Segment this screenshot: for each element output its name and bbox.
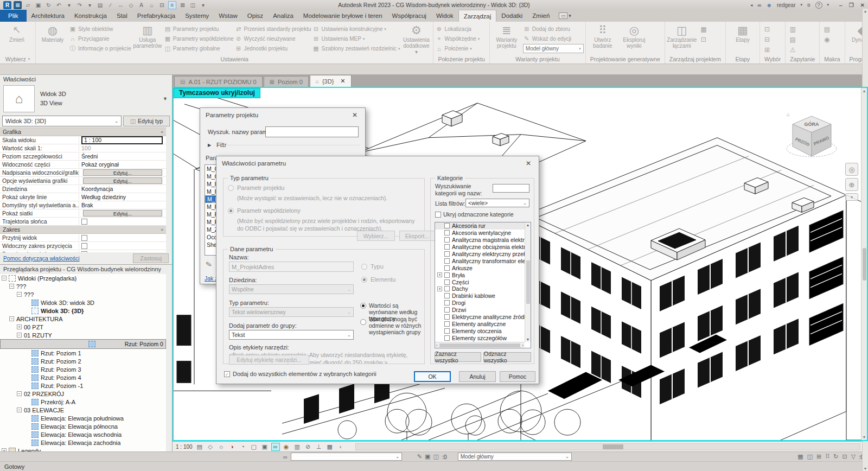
category-checkbox[interactable] <box>444 279 450 285</box>
structural-settings-button[interactable]: ⊟Ustawienia konstrukcyjne▾ <box>312 24 400 34</box>
category-item-analityczna-magistrala-elektryc[interactable]: Analityczna magistrala elektryc... <box>435 237 531 244</box>
dialog-close-icon[interactable]: ✕ <box>524 160 533 167</box>
ribbon-panel-label[interactable]: Etapy <box>726 54 760 63</box>
project-parameters-button[interactable]: ▤Parametry projektu <box>164 24 234 34</box>
ribbon-display-toggle[interactable]: ▭ ▾ <box>554 10 576 22</box>
category-checkbox[interactable] <box>444 314 450 320</box>
links-status-icon[interactable]: ◫ <box>807 453 813 460</box>
active-design-option-select[interactable]: Model główny⌄ <box>458 453 572 461</box>
category-checkbox[interactable] <box>444 335 450 341</box>
collapse-vcb-icon[interactable]: ‹ <box>336 443 345 451</box>
decal-types-button[interactable]: ⊡ <box>698 35 709 44</box>
category-item-elementy-szczegółów[interactable]: Elementy szczegółów <box>435 334 531 341</box>
category-checkbox[interactable] <box>444 307 450 313</box>
customize-qat-icon[interactable]: ▾ <box>199 1 207 9</box>
category-checkbox[interactable] <box>444 328 450 334</box>
browser-item-elewacja-elewacja-północna[interactable]: Elewacja: Elewacja północna <box>0 422 166 430</box>
project-info-button[interactable]: ⓘInformacje o projekcie <box>69 44 131 53</box>
check-all-button[interactable]: Zaznacz wszystko <box>435 352 481 362</box>
category-item-analityczny-elektryczny-przełącz[interactable]: Analityczny elektryczny przełącz <box>435 251 531 258</box>
zoom-tool-icon[interactable]: ⊕ <box>845 178 858 191</box>
materials-button[interactable]: ◍Materiały <box>37 23 68 43</box>
discipline-select[interactable]: Wspólne⌄ <box>229 284 354 294</box>
filter-expander-icon[interactable]: ▶ <box>208 143 211 148</box>
help-button[interactable]: Pomoc <box>500 371 535 382</box>
macro-manager-button[interactable]: ▤ <box>821 24 832 34</box>
ribbon-panel-label[interactable]: Makra <box>820 54 844 63</box>
create-study-button[interactable]: ⠿Utwórz badanie <box>588 23 618 49</box>
global-parameters-button[interactable]: ◫Parametry globalne <box>164 44 234 53</box>
active-design-option-select[interactable]: Model główny▾ <box>523 44 584 53</box>
collapse-icon[interactable]: − <box>17 408 22 412</box>
ribbon-tab-współpracuj[interactable]: Współpracuj <box>387 10 431 22</box>
category-item-drabinki-kablowe[interactable]: Drabinki kablowe <box>435 292 531 300</box>
project-units-button[interactable]: ⊞Jednostki projektu <box>235 44 311 53</box>
minimize-button[interactable]: – <box>839 2 843 8</box>
category-checkbox[interactable] <box>444 300 450 305</box>
phases-button[interactable]: ▦Etapy <box>727 23 758 43</box>
save-selection-button[interactable]: ⊡ <box>762 24 773 34</box>
browser-item-rzut-poziom-1[interactable]: Rzut: Poziom -1 <box>0 381 166 390</box>
browser-item-architektura[interactable]: −ARCHITEKTURA <box>0 315 166 323</box>
select-by-id-button[interactable]: ▤ <box>787 35 798 44</box>
restore-button[interactable]: ❐ <box>849 2 854 8</box>
file-tiles-icon[interactable]: ▦ <box>14 1 22 9</box>
values-aligned-radio[interactable] <box>360 303 366 309</box>
thin-lines-icon[interactable]: ≡ <box>168 1 176 9</box>
ribbon-tab-stal[interactable]: Stal <box>112 10 132 22</box>
warnings-button[interactable]: ⚠ <box>787 45 798 54</box>
aligned-dimension-icon[interactable]: ↔ <box>117 1 125 9</box>
position-button[interactable]: ⌂Położenie▾ <box>435 44 480 53</box>
category-checkbox[interactable] <box>444 223 450 228</box>
expand-icon[interactable]: + <box>437 272 442 277</box>
parameter-name-input[interactable]: M_ProjektAdres <box>229 262 354 272</box>
add-to-set-button[interactable]: ⊞Dodaj do zbioru <box>523 24 584 34</box>
select-toggle-icon[interactable]: ⊡ <box>843 453 847 460</box>
category-item-analityczne-obciążenia-elektryc[interactable]: Analityczne obciążenia elektryc... <box>435 244 531 251</box>
ribbon-tab-widok[interactable]: Widok <box>431 10 458 22</box>
crop-region-visible-icon[interactable]: ▣ <box>260 443 269 451</box>
point-cloud-status-icon[interactable]: ⠿ <box>825 453 829 460</box>
design-options-button[interactable]: ≣Warianty projektu <box>492 23 522 49</box>
select-shared-parameter-button[interactable]: Wybierz... <box>357 231 395 241</box>
help-menu-arrow-icon[interactable]: ▾ <box>827 3 829 7</box>
values-vary-radio[interactable] <box>360 319 366 325</box>
close-view-tab-icon[interactable]: ✕ <box>340 78 345 85</box>
worksharing-status-icon[interactable]: ▦ <box>797 453 803 460</box>
type-selector-arrow-icon[interactable]: ▼ <box>163 96 168 101</box>
steering-wheel-icon[interactable]: ◎ <box>845 163 858 176</box>
help-icon[interactable]: ? <box>815 2 822 9</box>
browser-item-widok-3d-3d[interactable]: Widok 3D: {3D} <box>0 307 166 315</box>
category-item-bryła[interactable]: +Bryła <box>435 271 531 278</box>
category-checkbox[interactable] <box>444 244 450 250</box>
pick-to-edit-button[interactable]: ✎Wskaż do edycji <box>523 34 584 43</box>
category-checkbox[interactable] <box>444 321 450 327</box>
type-parameter-radio[interactable] <box>361 264 367 270</box>
ribbon-tab-opisz[interactable]: Opisz <box>242 10 268 22</box>
category-item-elementy-otoczenia[interactable]: Elementy otoczenia <box>435 327 531 334</box>
filter-status-icon[interactable]: ▽ <box>851 453 856 460</box>
group-under-select[interactable]: Tekst⌄ <box>229 330 354 340</box>
ribbon-tab-analiza[interactable]: Analiza <box>268 10 298 22</box>
viewcube[interactable]: GÓRA PRZÓD PRAWO ⌂ <box>784 110 841 165</box>
detail-level-icon[interactable]: ▤ <box>195 443 204 451</box>
edit-selection-button[interactable]: ⊞ <box>762 45 773 54</box>
collapse-icon[interactable]: − <box>17 333 22 338</box>
type-preview[interactable]: ⌂ Widok 3D 3D View ▼ <box>0 84 172 114</box>
category-checkbox[interactable] <box>444 293 450 298</box>
property-section-zakres[interactable]: Zakres« <box>0 226 166 234</box>
canvas-horizontal-scrollbar[interactable] <box>355 443 860 450</box>
ribbon-tab-prefabrykacja[interactable]: Prefabrykacja <box>132 10 180 22</box>
transfer-project-standards-button[interactable]: ⇄Przenieś standardy projektu <box>235 24 311 34</box>
category-item-analityczny-transformator-elektry[interactable]: Analityczny transformator elektry <box>435 257 531 264</box>
edit-parameter-icon[interactable]: ✎ <box>205 259 213 269</box>
ribbon-panel-label[interactable]: Warianty projektu <box>490 54 585 63</box>
browser-item-elewacja-elewacja-zachodnia[interactable]: Elewacja: Elewacja zachodnia <box>0 438 166 447</box>
browser-item-legendy[interactable]: +Legendy <box>0 447 166 451</box>
ribbon-tab-architektura[interactable]: Architektura <box>27 10 69 22</box>
collapse-icon[interactable]: − <box>2 276 7 281</box>
category-checkbox[interactable] <box>444 265 450 271</box>
revit-logo[interactable]: R <box>3 1 11 9</box>
sun-path-icon[interactable]: ☼ <box>217 443 226 451</box>
file-tab[interactable]: Plik <box>0 10 27 22</box>
